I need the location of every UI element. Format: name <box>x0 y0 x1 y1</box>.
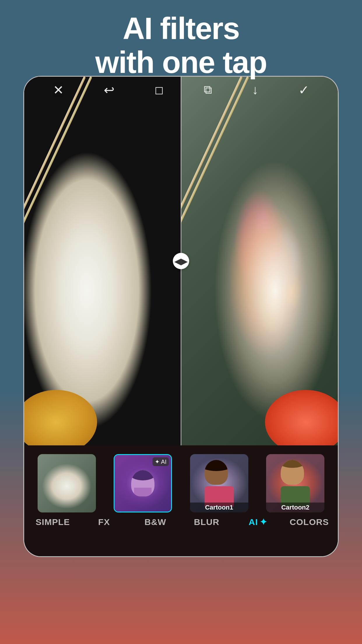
bottom-panel: ✦ AI Cartoon1 <box>24 445 338 556</box>
image-original <box>24 77 181 445</box>
ai-sparkle-icon: ✦ <box>260 517 267 527</box>
ai-badge-text: ✦ AI <box>155 458 166 465</box>
image-area: ◀▶ <box>24 77 338 445</box>
close-button[interactable]: ✕ <box>53 83 64 97</box>
split-handle[interactable]: ◀▶ <box>173 253 189 269</box>
filter-label-simple[interactable]: SIMPLE <box>27 517 78 527</box>
filter-thumbnails-row: ✦ AI Cartoon1 <box>24 445 338 515</box>
filter-thumb-simple[interactable] <box>38 454 96 512</box>
download-button[interactable]: ↓ <box>252 83 259 97</box>
thumb-cartoon1-label: Cartoon1 <box>190 503 248 512</box>
confirm-button[interactable]: ✓ <box>298 83 309 97</box>
filter-label-blur[interactable]: BLUR <box>181 517 232 527</box>
filter-thumb-fx[interactable]: ✦ AI <box>114 454 172 512</box>
filter-label-ai[interactable]: AI ✦ <box>232 517 284 527</box>
filter-label-fx[interactable]: FX <box>78 517 130 527</box>
ramen-realistic-bg <box>24 77 181 445</box>
eraser-button[interactable]: ◻ <box>154 83 164 96</box>
thumb-simple-bg <box>38 454 96 512</box>
toolbar: ✕ ↩ ◻ ⧉ ↓ ✓ <box>24 77 338 103</box>
layers-button[interactable]: ⧉ <box>204 83 212 97</box>
filter-thumb-bw[interactable]: Cartoon1 <box>190 454 248 512</box>
ai-badge-fx: ✦ AI <box>152 457 169 466</box>
thumb-cartoon2-label: Cartoon2 <box>266 503 324 512</box>
image-filtered <box>181 77 338 445</box>
phone-frame: ✕ ↩ ◻ ⧉ ↓ ✓ ◀▶ <box>23 76 339 557</box>
undo-button[interactable]: ↩ <box>104 83 115 97</box>
filter-thumb-blur[interactable]: Cartoon2 <box>266 454 324 512</box>
filter-labels-row: SIMPLE FX B&W BLUR AI ✦ COLORS <box>24 515 338 533</box>
filter-label-colors[interactable]: COLORS <box>284 517 335 527</box>
header-title-line2: with one tap <box>0 46 362 79</box>
filter-label-bw[interactable]: B&W <box>130 517 181 527</box>
header-title-line1: AI filters <box>0 12 362 46</box>
ramen-artistic-bg <box>181 77 338 445</box>
ai-label-text: AI <box>249 517 258 527</box>
